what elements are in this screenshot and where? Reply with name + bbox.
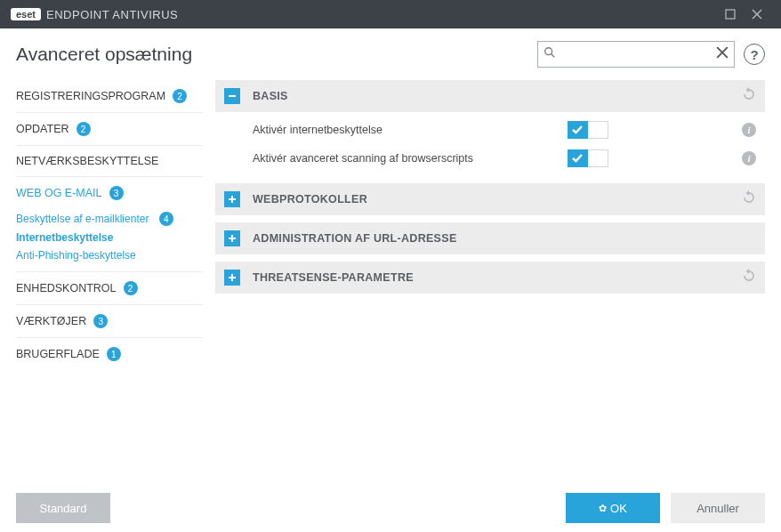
subnav-web-protection[interactable]: Internetbeskyttelse [16,229,203,246]
section-header-threatsense[interactable]: THREATSENSE-PARAMETRE [215,262,765,294]
search-input[interactable] [556,48,716,61]
toggle-web-protection[interactable] [568,121,608,139]
nav-item-update[interactable]: OPDATER 2 [16,112,203,145]
info-icon[interactable]: i [742,151,756,165]
page-title: Avanceret opsætning [16,44,192,65]
nav-label: BRUGERFLADE [16,348,100,360]
nav-label: REGISTRERINGSPROGRAM [16,90,165,102]
nav-badge: 2 [124,281,138,295]
svg-point-1 [545,48,552,55]
nav-badge: 2 [173,89,187,103]
check-icon [568,121,588,139]
titlebar: eset ENDPOINT ANTIVIRUS [0,0,781,28]
nav-badge: 4 [159,212,173,226]
check-icon [568,149,588,167]
setting-row: Aktivér internetbeskyttelse i [215,116,765,144]
sidebar: REGISTRERINGSPROGRAM 2 OPDATER 2 NETVÆRK… [0,80,203,370]
reset-icon[interactable] [742,190,756,208]
section-title: ADMINISTRATION AF URL-ADRESSE [253,232,457,245]
help-button[interactable]: ? [744,44,765,65]
content-panel: BASIS Aktivér internetbeskyttelse i [203,80,765,370]
section-header-webprotocols[interactable]: WEBPROTOKOLLER [215,183,765,215]
nav-label: WEB OG E-MAIL [16,187,102,199]
collapse-icon [224,88,240,104]
svg-line-2 [552,54,555,58]
reset-icon[interactable] [742,269,756,286]
subnav-email-clients[interactable]: Beskyttelse af e-mailklienter 4 [16,209,203,229]
nav-item-detection[interactable]: REGISTRERINGSPROGRAM 2 [16,80,203,112]
search-box[interactable] [537,41,735,68]
section-header-basis[interactable]: BASIS [215,80,765,112]
nav-item-ui[interactable]: BRUGERFLADE 1 [16,337,203,370]
subnav-label: Anti-Phishing-beskyttelse [16,249,136,262]
footer: Standard ✿ OK Annuller [0,484,781,532]
search-icon [543,46,556,62]
default-button[interactable]: Standard [16,493,110,523]
ok-button[interactable]: ✿ OK [566,493,660,523]
cancel-button[interactable]: Annuller [671,493,765,523]
ok-label: OK [610,502,627,515]
nav-item-tools[interactable]: VÆRKTØJER 3 [16,304,203,337]
window-close-button[interactable] [744,0,770,28]
setting-row: Aktivér avanceret scanning af browserscr… [215,144,765,173]
section-title: WEBPROTOKOLLER [253,193,367,206]
section-title: THREATSENSE-PARAMETRE [253,271,414,284]
section-url-admin: ADMINISTRATION AF URL-ADRESSE [215,222,765,254]
section-webprotocols: WEBPROTOKOLLER [215,183,765,215]
reset-icon[interactable] [742,87,756,105]
search-clear-icon[interactable] [716,46,729,62]
setting-label: Aktivér avanceret scanning af browserscr… [253,152,568,165]
setting-label: Aktivér internetbeskyttelse [253,124,568,136]
section-title: BASIS [253,90,288,102]
nav-badge: 1 [107,347,121,361]
window-minimize-button[interactable] [717,0,744,28]
nav-item-network[interactable]: NETVÆRKSBESKYTTELSE [16,145,203,176]
expand-icon [224,270,240,286]
gear-icon: ✿ [599,503,607,514]
subnav-anti-phishing[interactable]: Anti-Phishing-beskyttelse [16,246,203,264]
nav-item-device[interactable]: ENHEDSKONTROL 2 [16,271,203,304]
svg-rect-0 [726,10,735,19]
expand-icon [224,230,240,246]
nav-label: NETVÆRKSBESKYTTELSE [16,155,158,167]
nav-badge: 3 [109,186,124,200]
nav-badge: 3 [93,314,108,328]
nav-item-web-email[interactable]: WEB OG E-MAIL 3 [16,176,203,209]
nav-label: OPDATER [16,123,69,135]
section-header-url-admin[interactable]: ADMINISTRATION AF URL-ADRESSE [215,222,765,254]
toggle-browser-scripts[interactable] [568,149,608,167]
section-threatsense: THREATSENSE-PARAMETRE [215,262,765,294]
brand-logo: eset [11,8,41,20]
subnav-label: Beskyttelse af e-mailklienter [16,213,149,225]
nav-label: VÆRKTØJER [16,315,86,327]
info-icon[interactable]: i [742,123,756,137]
expand-icon [224,191,240,207]
product-name: ENDPOINT ANTIVIRUS [46,8,178,21]
nav-label: ENHEDSKONTROL [16,282,117,294]
subnav-label: Internetbeskyttelse [16,231,113,244]
nav-badge: 2 [76,122,91,136]
section-basis: BASIS Aktivér internetbeskyttelse i [215,80,765,176]
